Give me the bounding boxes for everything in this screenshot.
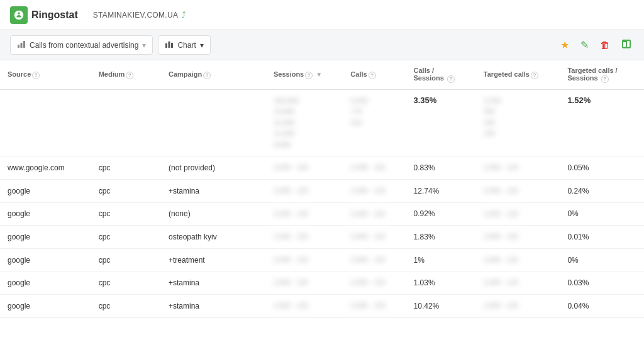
cell-calls-sessions: 0.83% bbox=[406, 156, 476, 180]
cell-targeted: 2,845 · 120 bbox=[476, 248, 560, 272]
cell-calls-blurred: 2,845 · 120 bbox=[350, 302, 385, 309]
cell-targeted-blurred: 2,845 · 120 bbox=[484, 187, 518, 194]
cell-calls: 2,845 · 120 bbox=[343, 248, 406, 272]
cell-calls-blurred: 2,845 · 120 bbox=[350, 256, 385, 263]
svg-rect-5 bbox=[171, 43, 173, 48]
export-button[interactable] bbox=[619, 36, 634, 54]
cell-campaign: (not provided) bbox=[161, 156, 266, 180]
sessions-sort-icon: ▼ bbox=[316, 71, 322, 78]
logo: Ringostat bbox=[10, 6, 78, 24]
table-row: googlecpc+stamina2,845 · 1202,845 · 1201… bbox=[0, 295, 644, 318]
cell-calls-blurred: 2,845 · 120 bbox=[350, 187, 385, 194]
data-table-container: Source? Medium? Campaign? Sessions? ▼ Ca… bbox=[0, 60, 644, 318]
cell-calls: 2,845 · 120 bbox=[343, 226, 406, 249]
targeted-help-icon[interactable]: ? bbox=[531, 72, 538, 79]
cell-calls-sessions: 1.03% bbox=[406, 272, 476, 295]
cell-medium: cpc bbox=[91, 180, 161, 203]
cell-medium: cpc bbox=[91, 202, 161, 226]
cell-sessions-blurred: 2,845 · 120 bbox=[274, 256, 308, 263]
cell-sessions: 2,845 · 120 bbox=[266, 295, 343, 318]
table-row: googlecpc+stamina2,845 · 1202,845 · 1201… bbox=[0, 180, 644, 203]
header-row: Source? Medium? Campaign? Sessions? ▼ Ca… bbox=[0, 60, 644, 89]
cell-calls-sessions: 0.92% bbox=[406, 202, 476, 226]
cell-sessions-blurred: 2,845 · 120 bbox=[274, 302, 308, 309]
cell-targeted-blurred: 2,845 · 120 bbox=[484, 302, 518, 309]
cell-campaign: +stamina bbox=[161, 272, 266, 295]
table-row: googlecpc+treatment2,845 · 1202,845 · 12… bbox=[0, 248, 644, 272]
favorite-button[interactable]: ★ bbox=[558, 36, 572, 53]
cell-calls-sessions: 1% bbox=[406, 248, 476, 272]
col-header-targeted-sessions: Targeted calls /Sessions ? bbox=[560, 60, 644, 89]
summary-calls-sessions: 3.35% bbox=[406, 89, 476, 156]
cell-source: google bbox=[0, 295, 91, 318]
cell-source: google bbox=[0, 202, 91, 226]
cell-calls-blurred: 2,845 · 120 bbox=[350, 163, 385, 171]
campaign-help-icon[interactable]: ? bbox=[203, 72, 211, 79]
data-table: Source? Medium? Campaign? Sessions? ▼ Ca… bbox=[0, 60, 644, 318]
col-header-sessions[interactable]: Sessions? ▼ bbox=[266, 60, 343, 89]
chart-label: Chart bbox=[177, 41, 196, 50]
cell-campaign: +treatment bbox=[161, 248, 266, 272]
col-header-calls-sessions: Calls /Sessions ? bbox=[406, 60, 476, 89]
cell-calls-sessions: 12.74% bbox=[406, 180, 476, 203]
cell-medium: cpc bbox=[91, 226, 161, 249]
cell-targeted-sessions: 0.03% bbox=[560, 272, 644, 295]
cell-campaign: osteopath kyiv bbox=[161, 226, 266, 249]
cell-targeted: 2,845 · 120 bbox=[476, 272, 560, 295]
cell-sessions-blurred: 2,845 · 120 bbox=[274, 278, 308, 286]
cell-source: google bbox=[0, 248, 91, 272]
summary-targeted-sessions-value: 1.52% bbox=[567, 96, 591, 105]
table-row: www.google.comcpc(not provided)2,845 · 1… bbox=[0, 156, 644, 180]
toolbar-left: Calls from contextual advertising ▾ Char… bbox=[10, 35, 558, 55]
cell-medium: cpc bbox=[91, 248, 161, 272]
calls-sessions-help-icon[interactable]: ? bbox=[447, 75, 455, 83]
cell-sessions: 2,845 · 120 bbox=[266, 180, 343, 203]
cell-source: google bbox=[0, 180, 91, 203]
table-header: Source? Medium? Campaign? Sessions? ▼ Ca… bbox=[0, 60, 644, 89]
cell-sessions-blurred: 2,845 · 120 bbox=[274, 187, 308, 194]
cell-sessions-blurred: 2,845 · 120 bbox=[274, 210, 308, 217]
source-help-icon[interactable]: ? bbox=[32, 72, 40, 79]
svg-rect-1 bbox=[21, 43, 23, 48]
cell-calls-sessions: 1.83% bbox=[406, 226, 476, 249]
cell-campaign: (none) bbox=[161, 202, 266, 226]
edit-button[interactable]: ✎ bbox=[578, 36, 591, 53]
cell-targeted-sessions: 0% bbox=[560, 248, 644, 272]
cell-targeted: 2,845 · 120 bbox=[476, 295, 560, 318]
cell-source: google bbox=[0, 226, 91, 249]
col-header-source: Source? bbox=[0, 60, 91, 89]
external-link-icon[interactable]: ⤴ bbox=[182, 10, 186, 19]
chart-arrow-icon: ▾ bbox=[200, 41, 204, 50]
report-selector[interactable]: Calls from contextual advertising ▾ bbox=[10, 35, 153, 55]
cell-medium: cpc bbox=[91, 272, 161, 295]
summary-medium bbox=[91, 89, 161, 156]
chart-bar-icon bbox=[165, 40, 174, 50]
cell-targeted-sessions: 0.04% bbox=[560, 295, 644, 318]
logo-icon bbox=[10, 6, 28, 24]
summary-sessions-blurred: 166,00023,00015,00012,5009,800 bbox=[274, 96, 335, 151]
table-body: 166,00023,00015,00012,5009,800 5,5607705… bbox=[0, 89, 644, 317]
medium-help-icon[interactable]: ? bbox=[126, 72, 133, 79]
summary-calls-blurred: 5,560770510 bbox=[350, 96, 398, 129]
cell-medium: cpc bbox=[91, 156, 161, 180]
cell-targeted-blurred: 2,845 · 120 bbox=[484, 163, 518, 171]
targeted-sessions-help-icon[interactable]: ? bbox=[601, 75, 609, 83]
chart-selector[interactable]: Chart ▾ bbox=[158, 35, 210, 55]
selector-arrow-icon: ▾ bbox=[142, 41, 146, 50]
delete-button[interactable]: 🗑 bbox=[597, 37, 613, 53]
cell-targeted-blurred: 2,845 · 120 bbox=[484, 233, 518, 240]
calls-help-icon[interactable]: ? bbox=[369, 72, 376, 79]
col-header-calls: Calls? bbox=[343, 60, 406, 89]
cell-targeted: 2,845 · 120 bbox=[476, 156, 560, 180]
summary-calls: 5,560770510 bbox=[343, 89, 406, 156]
cell-targeted-sessions: 0.24% bbox=[560, 180, 644, 203]
domain-label: STAMINAKIEV.COM.UA bbox=[93, 11, 178, 19]
cell-campaign: +stamina bbox=[161, 180, 266, 203]
col-header-campaign: Campaign? bbox=[161, 60, 266, 89]
summary-targeted: 2,530350180145 bbox=[476, 89, 560, 156]
sessions-help-icon[interactable]: ? bbox=[305, 72, 313, 79]
cell-sessions: 2,845 · 120 bbox=[266, 226, 343, 249]
cell-sessions: 2,845 · 120 bbox=[266, 156, 343, 180]
svg-rect-4 bbox=[169, 41, 170, 48]
summary-source bbox=[0, 89, 91, 156]
